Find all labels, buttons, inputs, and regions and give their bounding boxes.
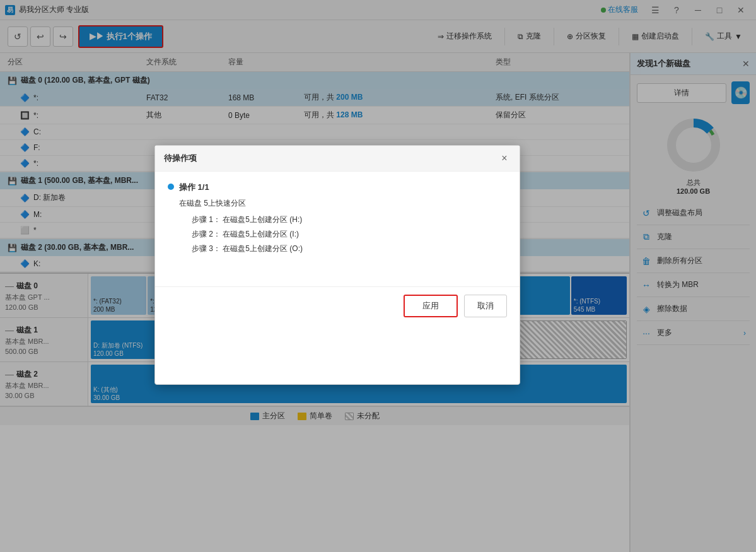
modal-dialog: 待操作项 × 操作 1/1 在磁盘 5上快速分区 步骤 1： 在磁盘5上创建分区… — [154, 145, 520, 385]
operation-item: 操作 1/1 在磁盘 5上快速分区 步骤 1： 在磁盘5上创建分区 (H:) 步… — [168, 182, 507, 256]
modal-footer: 应用 取消 — [155, 286, 520, 325]
op-bullet — [168, 184, 174, 190]
op-step-2: 步骤 2： 在磁盘5上创建分区 (I:) — [179, 227, 303, 242]
modal-header: 待操作项 × — [155, 146, 520, 172]
op-step-3: 步骤 3： 在磁盘5上创建分区 (O:) — [179, 242, 303, 256]
op-desc: 在磁盘 5上快速分区 — [179, 198, 303, 209]
apply-button[interactable]: 应用 — [404, 295, 458, 317]
modal-close-button[interactable]: × — [498, 152, 511, 165]
cancel-button[interactable]: 取消 — [464, 295, 507, 317]
op-title: 操作 1/1 — [179, 182, 303, 193]
modal-overlay: 待操作项 × 操作 1/1 在磁盘 5上快速分区 步骤 1： 在磁盘5上创建分区… — [0, 0, 756, 552]
op-content: 操作 1/1 在磁盘 5上快速分区 步骤 1： 在磁盘5上创建分区 (H:) 步… — [179, 182, 303, 256]
modal-title: 待操作项 — [164, 153, 197, 164]
op-step-1: 步骤 1： 在磁盘5上创建分区 (H:) — [179, 213, 303, 227]
modal-body: 操作 1/1 在磁盘 5上快速分区 步骤 1： 在磁盘5上创建分区 (H:) 步… — [155, 172, 520, 274]
